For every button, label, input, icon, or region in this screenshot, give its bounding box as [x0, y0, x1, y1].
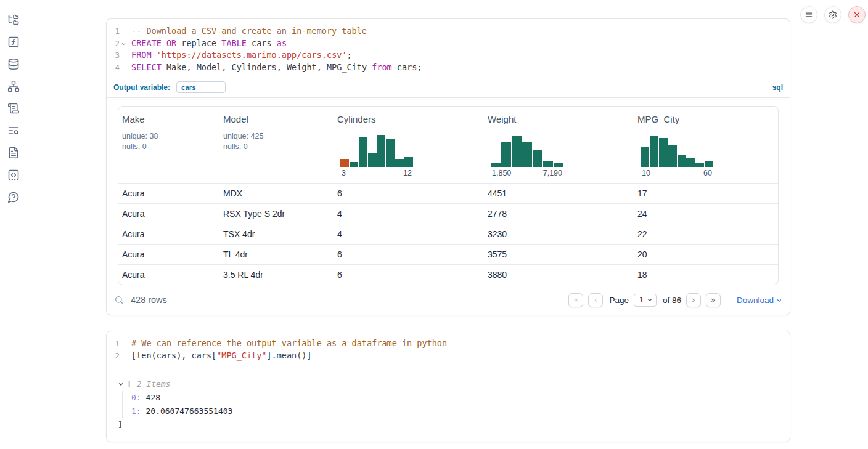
tree-items-count: 2 Items: [137, 379, 171, 389]
column-header-model[interactable]: Modelunique: 425nulls: 0: [219, 107, 334, 183]
chevron-down-icon: [647, 297, 653, 303]
panel-help[interactable]: [7, 191, 20, 203]
python-code-editor[interactable]: 1# We can reference the output variable …: [107, 331, 790, 367]
file-tree-icon: [7, 14, 20, 26]
output-variable-label: Output variable:: [113, 83, 170, 92]
line-number: 2: [107, 350, 120, 362]
hist-min-label: 1,850: [492, 169, 511, 177]
histogram-bars: [340, 134, 413, 167]
table-cell: Acura: [118, 270, 219, 280]
histogram-bar: [543, 161, 553, 167]
code-line: 1-- Download a CSV and create an in-memo…: [107, 25, 790, 38]
output-variable-input[interactable]: [176, 81, 226, 93]
column-header-mpg_city[interactable]: MPG_City1060: [634, 107, 778, 183]
histogram-axis-labels: 1,8507,190: [491, 169, 563, 177]
table-cell: 17: [634, 188, 778, 198]
histogram-bar: [668, 145, 677, 167]
histogram-bar: [386, 139, 395, 167]
network-icon: [7, 80, 20, 92]
column-histogram: 1060: [641, 134, 713, 177]
histogram-axis-labels: 1060: [641, 169, 713, 177]
tree-collapse-button[interactable]: [118, 381, 124, 387]
notebook: 1-- Download a CSV and create an in-memo…: [106, 0, 790, 442]
fold-toggle[interactable]: [121, 41, 126, 47]
histogram-bar: [368, 153, 377, 167]
tree-entry: 0: 428: [131, 391, 779, 405]
menu-button[interactable]: [800, 6, 817, 23]
tree-entry-value: 20.060747663551403: [141, 407, 233, 416]
chevron-down-icon: [121, 41, 126, 47]
page-select-value: 1: [639, 296, 644, 304]
panel-variables[interactable]: [7, 36, 20, 48]
table-cell: MDX: [219, 188, 334, 198]
table-cell: 20: [634, 249, 778, 259]
column-title: Make: [122, 114, 216, 124]
shutdown-button[interactable]: [848, 6, 866, 23]
settings-button[interactable]: [824, 6, 841, 23]
sql-cell: 1-- Download a CSV and create an in-memo…: [106, 18, 790, 315]
histogram-bar: [705, 161, 713, 167]
histogram-bar: [404, 157, 413, 167]
histogram-bar: [650, 136, 658, 167]
table-cell: 24: [634, 209, 778, 219]
histogram-bar: [491, 163, 501, 167]
column-stats: unique: 38nulls: 0: [122, 131, 216, 152]
panel-datasources[interactable]: [7, 58, 20, 70]
tree-root-line: [ 2 Items: [118, 378, 779, 391]
page-total-label: of 86: [663, 296, 681, 305]
panel-logs[interactable]: [7, 124, 20, 137]
sql-code-editor[interactable]: 1-- Download a CSV and create an in-memo…: [107, 19, 790, 79]
panel-scratchpad[interactable]: [7, 102, 20, 115]
search-button[interactable]: [112, 293, 126, 307]
page-label: Page: [609, 296, 629, 305]
histogram-bar: [350, 162, 358, 167]
file-text-icon: [7, 147, 20, 159]
column-header-make[interactable]: Makeunique: 38nulls: 0: [118, 107, 219, 183]
table-cell: 3575: [484, 249, 634, 259]
histogram-bars: [641, 134, 713, 167]
first-page-button[interactable]: «: [568, 293, 583, 307]
line-number: 1: [107, 338, 120, 350]
column-header-cylinders[interactable]: Cylinders312: [334, 107, 484, 183]
table-row: AcuraTSX 4dr4323022: [118, 224, 778, 244]
prev-page-button[interactable]: ‹: [588, 293, 603, 307]
table-cell: Acura: [118, 229, 219, 239]
tree-open-bracket: [: [127, 379, 132, 389]
panel-documentation[interactable]: [7, 147, 20, 159]
tree-entry-value: 428: [141, 393, 160, 402]
download-button[interactable]: Download: [737, 296, 782, 305]
histogram-bar: [554, 163, 563, 167]
code-snippet-icon: [7, 169, 20, 181]
table-cell: 3.5 RL 4dr: [219, 270, 334, 280]
histogram-bar: [533, 150, 542, 167]
code-text: SELECT Make, Model, Cylinders, Weight, M…: [131, 62, 422, 74]
line-number: 2: [107, 38, 120, 50]
column-header-weight[interactable]: Weight1,8507,190: [484, 107, 634, 183]
marimo-notebook-page: { "colors": { "accent_blue": "#0b6fa4", …: [0, 0, 868, 449]
code-text: [len(cars), cars["MPG_City"].mean()]: [131, 350, 312, 362]
sql-cell-output: Makeunique: 38nulls: 0Modelunique: 425nu…: [107, 98, 790, 285]
chevron-down-icon: [118, 381, 124, 387]
panel-dependencies[interactable]: [7, 80, 20, 92]
page-select[interactable]: 1: [634, 294, 657, 307]
tree-entry-key: 1:: [131, 407, 141, 416]
output-variable-row: Output variable: sql: [107, 79, 790, 97]
code-text: FROM 'https://datasets.marimo.app/cars.c…: [131, 49, 352, 62]
close-icon: [853, 10, 861, 19]
histogram-axis-labels: 312: [340, 169, 413, 177]
data-table: Makeunique: 38nulls: 0Modelunique: 425nu…: [118, 106, 779, 285]
table-cell: 2778: [484, 209, 634, 219]
next-page-button[interactable]: ›: [686, 293, 701, 307]
histogram-bar: [377, 135, 386, 167]
gear-icon: [829, 10, 837, 19]
scroll-text-icon: [7, 102, 20, 115]
histogram-bar: [522, 142, 532, 167]
table-footer: 428 rows « ‹ Page 1 of 86 › » Download: [107, 285, 790, 315]
panel-snippets[interactable]: [7, 169, 20, 181]
panel-file-explorer[interactable]: [7, 14, 20, 26]
last-page-button[interactable]: »: [706, 293, 721, 307]
column-title: Weight: [488, 114, 630, 124]
column-title: MPG_City: [637, 114, 774, 124]
text-search-icon: [7, 124, 20, 137]
code-text: -- Download a CSV and create an in-memor…: [131, 25, 367, 38]
